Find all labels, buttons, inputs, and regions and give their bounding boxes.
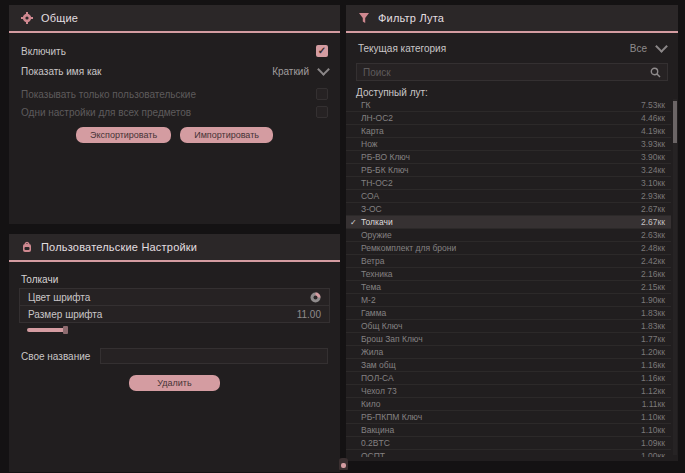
loot-value: 1.83кк <box>641 321 665 331</box>
loot-filter-panel: Фильтр Лута Текущая категория Все Поиск … <box>345 4 679 462</box>
gear-icon <box>21 12 33 24</box>
delete-row: Удалить <box>9 375 340 391</box>
loot-name: ТН-ОС2 <box>361 178 641 188</box>
loot-value: 2.42кк <box>641 256 665 266</box>
loot-name: Тема <box>361 282 641 292</box>
scrollbar-thumb[interactable] <box>673 101 677 143</box>
same-settings-checkbox[interactable] <box>316 106 328 118</box>
import-button[interactable]: Импортировать <box>180 127 273 143</box>
loot-value: 1.83кк <box>641 308 665 318</box>
same-settings-label: Одни настройки для всех предметов <box>21 107 191 118</box>
loot-name: ГК <box>361 100 641 110</box>
font-color-row[interactable]: Цвет шрифта <box>20 289 329 306</box>
loot-name: ЛН-ОС2 <box>361 113 641 123</box>
funnel-icon <box>358 12 370 24</box>
loot-row[interactable]: Чехол 731.12кк <box>346 385 671 398</box>
only-custom-row: Показывать только пользовательские <box>9 85 340 103</box>
loot-row[interactable]: Вакцина1.10кк <box>346 424 671 437</box>
slider-handle[interactable] <box>63 326 68 334</box>
enable-checkbox[interactable]: ✓ <box>316 45 328 57</box>
chevron-down-icon <box>655 40 668 53</box>
custom-settings-panel: Пользовательские Настройки Толкачи Цвет … <box>8 233 341 473</box>
loot-name: Ремкомплект для брони <box>361 243 641 253</box>
loot-name: РБ-БК Ключ <box>361 165 641 175</box>
loot-list: ГК7.53ккЛН-ОС24.46ккКарта4.19ккНож3.93кк… <box>346 99 671 457</box>
loot-value: 1.20кк <box>641 347 665 357</box>
custom-name-row: Свое название <box>9 347 340 365</box>
loot-row[interactable]: РБ-ВО Ключ3.90кк <box>346 151 671 164</box>
font-size-row[interactable]: Размер шрифта 11.00 <box>20 306 329 322</box>
loot-row[interactable]: ГК7.53кк <box>346 99 671 112</box>
general-panel: Общие Включить ✓ Показать имя как Кратки… <box>8 4 341 225</box>
loot-name: Общ Ключ <box>361 321 641 331</box>
loot-value: 2.15кк <box>641 282 665 292</box>
loot-row[interactable]: Оружие2.63кк <box>346 229 671 242</box>
loot-row[interactable]: Ремкомплект для брони2.48кк <box>346 242 671 255</box>
loot-row[interactable]: 0.2BTC1.09кк <box>346 437 671 450</box>
loot-name: Ветра <box>361 256 641 266</box>
loot-row[interactable]: ЛН-ОС24.46кк <box>346 112 671 125</box>
export-button[interactable]: Экспортировать <box>76 127 171 143</box>
loot-name: Нож <box>361 139 641 149</box>
loot-value: 1.09кк <box>641 438 665 448</box>
backpack-icon <box>21 241 33 253</box>
loot-value: 2.67кк <box>641 217 665 227</box>
font-size-slider[interactable] <box>19 327 330 333</box>
enable-row: Включить ✓ <box>9 41 340 61</box>
name-mode-row: Показать имя как Краткий <box>9 61 340 81</box>
loot-row[interactable]: Ветра2.42кк <box>346 255 671 268</box>
loot-name: 0.2BTC <box>361 438 641 448</box>
name-mode-select[interactable]: Краткий <box>272 66 328 77</box>
loot-row[interactable]: ОСПТ1.00кк <box>346 450 671 457</box>
general-panel-title: Общие <box>41 12 78 24</box>
loot-row[interactable]: Гамма1.83кк <box>346 307 671 320</box>
loot-value: 1.12кк <box>641 386 665 396</box>
loot-value: 1.11кк <box>642 399 665 409</box>
loot-list-scrollbar[interactable] <box>673 99 677 455</box>
custom-name-input[interactable] <box>100 348 328 364</box>
enable-label: Включить <box>21 46 66 57</box>
loot-value: 1.00кк <box>641 451 665 457</box>
font-size-label: Размер шрифта <box>28 309 102 320</box>
color-wheel-icon[interactable] <box>310 292 321 303</box>
chevron-down-icon <box>317 63 330 76</box>
loot-row[interactable]: Тема2.15кк <box>346 281 671 294</box>
loot-row[interactable]: РБ-БК Ключ3.24кк <box>346 164 671 177</box>
loot-row[interactable]: Зам общ1.16кк <box>346 359 671 372</box>
loot-row[interactable]: Жила1.20кк <box>346 346 671 359</box>
loot-row[interactable]: Нож3.93кк <box>346 138 671 151</box>
category-row: Текущая категория Все <box>346 39 678 57</box>
category-select[interactable]: Все <box>630 43 666 54</box>
only-custom-checkbox[interactable] <box>316 88 328 100</box>
loot-filter-header: Фильтр Лута <box>346 5 678 33</box>
search-box[interactable]: Поиск <box>356 63 668 81</box>
font-size-value: 11.00 <box>297 309 321 320</box>
loot-row[interactable]: РБ-ПКПМ Ключ1.10кк <box>346 411 671 424</box>
delete-button[interactable]: Удалить <box>129 375 219 391</box>
custom-name-label: Свое название <box>21 351 90 362</box>
loot-value: 2.16кк <box>641 269 665 279</box>
selected-item-row: Толкачи <box>9 270 340 288</box>
loot-row[interactable]: Техника2.16кк <box>346 268 671 281</box>
loot-row[interactable]: З-ОС2.67кк <box>346 203 671 216</box>
loot-row[interactable]: ПОЛ-СА1.16кк <box>346 372 671 385</box>
available-loot-label: Доступный лут: <box>346 87 678 98</box>
custom-settings-title: Пользовательские Настройки <box>41 241 197 253</box>
selected-check-icon: ✓ <box>350 218 361 227</box>
loot-name: ОСПТ <box>361 451 641 457</box>
loot-row[interactable]: ТН-ОС23.10кк <box>346 177 671 190</box>
loot-row[interactable]: Карта4.19кк <box>346 125 671 138</box>
loot-row[interactable]: СОА2.93кк <box>346 190 671 203</box>
loot-row[interactable]: М-21.90кк <box>346 294 671 307</box>
loot-name: Зам общ <box>361 360 641 370</box>
loot-row[interactable]: Кило1.11кк <box>346 398 671 411</box>
font-color-label: Цвет шрифта <box>28 292 90 303</box>
loot-name: Оружие <box>361 230 641 240</box>
loot-value: 1.16кк <box>641 373 665 383</box>
loot-value: 4.19кк <box>641 126 665 136</box>
loot-value: 1.16кк <box>641 360 665 370</box>
loot-row[interactable]: ✓Толкачи2.67кк <box>346 216 671 229</box>
loot-row[interactable]: Общ Ключ1.83кк <box>346 320 671 333</box>
loot-value: 2.93кк <box>641 191 665 201</box>
loot-row[interactable]: Брош Зап Ключ1.77кк <box>346 333 671 346</box>
